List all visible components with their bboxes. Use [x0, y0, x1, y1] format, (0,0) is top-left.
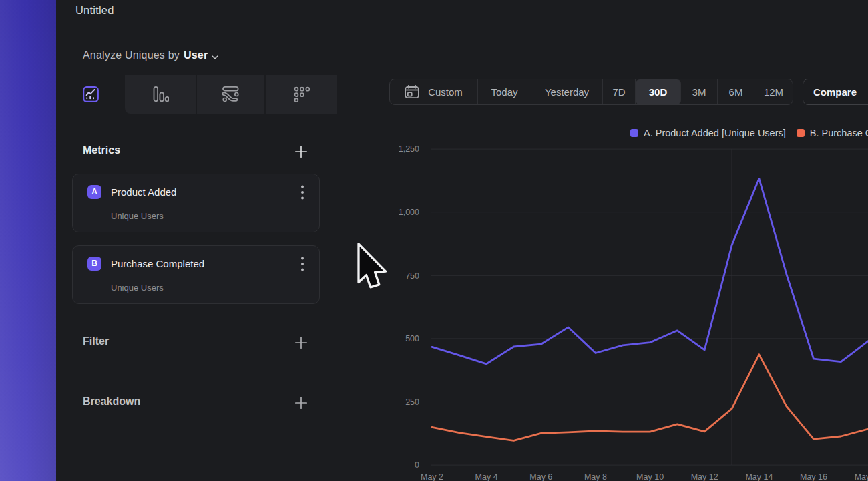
svg-text:May 12: May 12	[691, 472, 718, 481]
svg-text:1,000: 1,000	[399, 208, 419, 217]
svg-text:May 2: May 2	[421, 472, 443, 481]
svg-text:May 6: May 6	[529, 472, 552, 481]
svg-text:May 14: May 14	[745, 472, 773, 481]
svg-text:500: 500	[405, 334, 419, 343]
svg-text:May 10: May 10	[636, 472, 664, 481]
svg-text:1,250: 1,250	[399, 144, 419, 154]
svg-text:750: 750	[405, 271, 419, 281]
svg-text:May 8: May 8	[584, 472, 607, 481]
svg-text:May 16: May 16	[800, 472, 827, 481]
svg-text:May 4: May 4	[475, 472, 498, 481]
svg-text:250: 250	[405, 397, 419, 407]
svg-text:May 18: May 18	[855, 472, 868, 481]
svg-text:0: 0	[415, 460, 419, 470]
